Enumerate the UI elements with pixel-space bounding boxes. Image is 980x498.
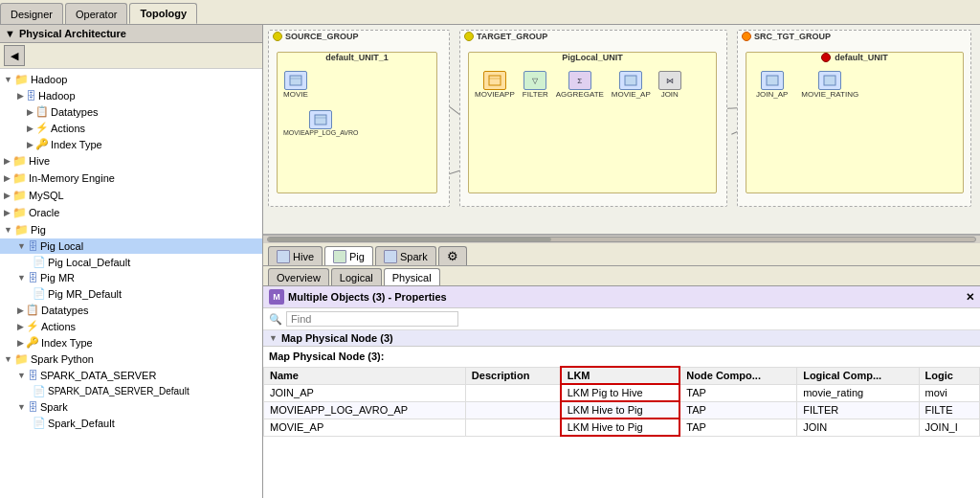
- filter-label: FILTER: [523, 90, 548, 99]
- movieapp-label: MOVIEAPP: [475, 90, 515, 99]
- pig-tab[interactable]: Pig: [324, 246, 373, 265]
- movie-node[interactable]: MOVIE: [283, 71, 308, 99]
- expand-pigmr[interactable]: ▼: [17, 273, 26, 283]
- expand-datatypes1[interactable]: ▶: [27, 107, 33, 117]
- expand-datatypes2[interactable]: ▶: [17, 306, 24, 315]
- search-input[interactable]: [286, 311, 458, 327]
- join-node[interactable]: ⋈ JOIN: [658, 71, 681, 99]
- logical-tab[interactable]: Logical: [331, 268, 382, 285]
- overview-tab[interactable]: Overview: [268, 268, 329, 285]
- tree-item-indextype1[interactable]: ▶ 🔑 Index Type: [0, 136, 262, 152]
- oracle-label: Oracle: [29, 207, 59, 218]
- movie-ap-node[interactable]: MOVIE_AP: [612, 71, 651, 99]
- tree-item-hive[interactable]: ▶ 📁 Hive: [0, 152, 262, 170]
- hive-tab[interactable]: Hive: [268, 246, 323, 265]
- topology-tab[interactable]: Topology: [129, 3, 197, 24]
- join-label: JOIN: [661, 90, 679, 99]
- indextype2-label: Index Type: [41, 337, 93, 349]
- tree-item-sparkdataserver[interactable]: ▼ 🗄 SPARK_DATA_SERVER: [0, 368, 262, 383]
- expand-hive[interactable]: ▶: [4, 156, 11, 166]
- col-lkm: LKM: [561, 367, 680, 384]
- settings-tab[interactable]: ⚙: [438, 246, 467, 265]
- topology-scrollbar[interactable]: [263, 236, 980, 243]
- expand-piglocal[interactable]: ▼: [17, 241, 26, 251]
- back-btn[interactable]: ◀: [4, 45, 25, 66]
- spark-tab[interactable]: Spark: [375, 246, 436, 265]
- spark-tab-label: Spark: [400, 251, 428, 262]
- expand-indextype2[interactable]: ▶: [17, 338, 24, 348]
- expand-sparkpython[interactable]: ▼: [4, 354, 12, 364]
- operator-tab[interactable]: Operator: [65, 3, 127, 24]
- filter-node[interactable]: ▽ FILTER: [523, 71, 548, 99]
- tree-item-hadoop[interactable]: ▼ 📁 Hadoop: [0, 71, 262, 88]
- expand-oracle[interactable]: ▶: [4, 208, 11, 217]
- movie-rating-icon: [818, 71, 841, 90]
- expand-hadoop[interactable]: ▼: [4, 75, 12, 84]
- tree-item-pigmr[interactable]: ▼ 🗄 Pig MR: [0, 270, 262, 285]
- expand-actions1[interactable]: ▶: [27, 124, 33, 133]
- tree-item-hadoop-child[interactable]: ▶ 🗄 Hadoop: [0, 88, 262, 103]
- sparkdataserver-default-icon: 📄: [33, 385, 46, 397]
- sparkdataserver-default-label: SPARK_DATA_SERVER_Default: [48, 386, 189, 396]
- sparkpython-label: Spark Python: [31, 353, 94, 365]
- props-panel: M Multiple Objects (3) - Properties ✕ 🔍 …: [263, 286, 980, 498]
- props-close[interactable]: ✕: [966, 291, 974, 304]
- datatypes2-icon: 📋: [26, 304, 39, 316]
- cell-logicalcomp: FILTER: [797, 401, 919, 419]
- physical-architecture-header: ▼ Physical Architecture: [0, 25, 262, 43]
- tree-container: ▼ 📁 Hadoop ▶ 🗄 Hadoop ▶ 📋 Datatypes: [0, 69, 262, 433]
- aggregate-icon: Σ: [568, 71, 591, 90]
- movie-rating-label: MOVIE_RATING: [801, 90, 858, 99]
- table-row[interactable]: JOIN_AP LKM Pig to Hive TAP movie_rating…: [264, 384, 980, 401]
- tree-item-sparkpython[interactable]: ▼ 📁 Spark Python: [0, 351, 262, 368]
- cell-description: [465, 384, 560, 401]
- table-row[interactable]: MOVIE_AP LKM Hive to Pig TAP JOIN JOIN_I: [264, 419, 980, 436]
- tree-item-spark[interactable]: ▼ 🗄 Spark: [0, 399, 262, 415]
- expand-mysql[interactable]: ▶: [4, 191, 11, 200]
- designer-tab[interactable]: Designer: [0, 3, 63, 24]
- movieapp-node[interactable]: MOVIEAPP: [475, 71, 515, 99]
- props-header: M Multiple Objects (3) - Properties ✕: [263, 286, 980, 308]
- default-unit-title: default_UNIT: [746, 53, 963, 62]
- tree-item-mysql[interactable]: ▶ 📁 MySQL: [0, 187, 262, 204]
- tree-item-actions2[interactable]: ▶ ⚡ Actions: [0, 318, 262, 334]
- tree-item-piglocal[interactable]: ▼ 🗄 Pig Local: [0, 238, 262, 254]
- tree-item-datatypes2[interactable]: ▶ 📋 Datatypes: [0, 302, 262, 318]
- tree-item-pigmr-default[interactable]: 📄 Pig MR_Default: [0, 285, 262, 302]
- expand-inmemory[interactable]: ▶: [4, 173, 11, 183]
- expand-indextype1[interactable]: ▶: [27, 140, 33, 149]
- movieapp-log-avro-node[interactable]: MOVIEAPP_LOG_AVRO: [283, 110, 358, 136]
- expand-sparkdataserver[interactable]: ▼: [17, 371, 26, 380]
- panel-toggle-icon[interactable]: ▼: [5, 28, 15, 39]
- tree-item-datatypes1[interactable]: ▶ 📋 Datatypes: [0, 103, 262, 120]
- physical-tab[interactable]: Physical: [384, 268, 440, 285]
- src-tgt-group-label: SRC_TGT_GROUP: [754, 32, 831, 41]
- expand-actions2[interactable]: ▶: [17, 322, 24, 331]
- hive-label: Hive: [29, 155, 50, 167]
- expand-hadoop-child[interactable]: ▶: [17, 91, 24, 101]
- properties-table: Name Description LKM Node Compo... Logic…: [263, 366, 980, 437]
- mysql-label: MySQL: [29, 190, 64, 201]
- aggregate-node[interactable]: Σ AGGREGATE: [556, 71, 604, 99]
- filter-icon: ▽: [523, 71, 546, 90]
- tree-item-indextype2[interactable]: ▶ 🔑 Index Type: [0, 334, 262, 351]
- tree-item-pig[interactable]: ▼ 📁 Pig: [0, 221, 262, 238]
- tree-item-inmemory[interactable]: ▶ 📁 In-Memory Engine: [0, 170, 262, 187]
- tree-item-oracle[interactable]: ▶ 📁 Oracle: [0, 204, 262, 221]
- hadoop-label: Hadoop: [31, 74, 68, 85]
- cell-lkm: LKM Hive to Pig: [561, 401, 680, 419]
- tree-item-piglocal-default[interactable]: 📄 Pig Local_Default: [0, 254, 262, 270]
- cell-description: [465, 419, 560, 436]
- tree-item-sparkdataserver-default[interactable]: 📄 SPARK_DATA_SERVER_Default: [0, 383, 262, 399]
- table-row[interactable]: MOVIEAPP_LOG_AVRO_AP LKM Hive to Pig TAP…: [264, 401, 980, 419]
- expand-pig[interactable]: ▼: [4, 225, 12, 235]
- expand-spark[interactable]: ▼: [17, 402, 26, 412]
- join-ap-node[interactable]: JOIN_AP: [756, 71, 788, 99]
- tree-item-actions1[interactable]: ▶ ⚡ Actions: [0, 120, 262, 136]
- join-icon: ⋈: [658, 71, 681, 90]
- movie-rating-node[interactable]: MOVIE_RATING: [801, 71, 858, 99]
- pig-tab-label: Pig: [349, 251, 365, 262]
- inmemory-label: In-Memory Engine: [29, 172, 115, 184]
- piglocal-default-icon: 📄: [33, 256, 46, 268]
- tree-item-spark-default[interactable]: 📄 Spark_Default: [0, 415, 262, 431]
